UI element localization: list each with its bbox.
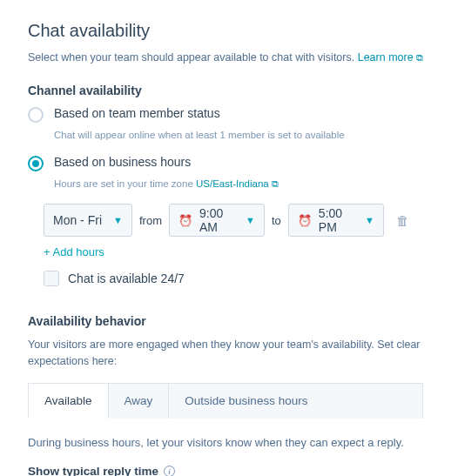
clock-icon: ⏰ xyxy=(178,214,192,227)
availability-behavior-desc: Your visitors are more engaged when they… xyxy=(28,337,423,370)
availability-behavior-heading: Availability behavior xyxy=(28,314,423,328)
to-label: to xyxy=(272,214,281,227)
end-time-select[interactable]: ⏰ 5:00 PM ▼ xyxy=(288,204,384,237)
reply-time-label: Show typical reply time i xyxy=(28,465,423,476)
radio-business-hours-label: Based on business hours xyxy=(54,155,191,169)
info-icon[interactable]: i xyxy=(164,466,175,476)
tab-available-desc: During business hours, let your visitors… xyxy=(28,434,423,452)
radio-business-hours[interactable] xyxy=(28,156,44,171)
page-title: Chat availability xyxy=(28,21,423,41)
timezone-link[interactable]: US/East-Indiana⧉ xyxy=(196,178,279,189)
channel-availability-heading: Channel availability xyxy=(28,84,423,97)
clock-icon: ⏰ xyxy=(298,214,312,227)
always-available-checkbox[interactable] xyxy=(44,271,59,286)
always-available-label: Chat is available 24/7 xyxy=(68,272,185,285)
chevron-down-icon: ▼ xyxy=(246,215,255,225)
learn-more-link[interactable]: Learn more⧉ xyxy=(358,51,423,64)
radio-team-member-status-label: Based on team member status xyxy=(54,106,220,120)
from-label: from xyxy=(139,214,162,227)
start-time-select[interactable]: ⏰ 9:00 AM ▼ xyxy=(169,204,265,237)
external-link-icon: ⧉ xyxy=(272,177,279,191)
days-select[interactable]: Mon - Fri ▼ xyxy=(44,204,132,237)
chevron-down-icon: ▼ xyxy=(113,215,123,225)
tab-available[interactable]: Available xyxy=(28,383,109,419)
radio-team-member-status-help: Chat will appear online when at least 1 … xyxy=(54,128,423,143)
delete-hours-icon[interactable]: 🗑 xyxy=(396,213,409,228)
tab-outside-hours[interactable]: Outside business hours xyxy=(169,383,423,419)
tab-away[interactable]: Away xyxy=(109,383,170,419)
chevron-down-icon: ▼ xyxy=(365,215,374,225)
behavior-tabs: Available Away Outside business hours xyxy=(28,382,423,419)
radio-business-hours-help: Hours are set in your time zone US/East-… xyxy=(54,177,423,191)
radio-team-member-status[interactable] xyxy=(28,107,44,123)
page-subtitle: Select when your team should appear avai… xyxy=(28,50,423,66)
add-hours-button[interactable]: + Add hours xyxy=(44,245,423,258)
external-link-icon: ⧉ xyxy=(416,50,423,65)
